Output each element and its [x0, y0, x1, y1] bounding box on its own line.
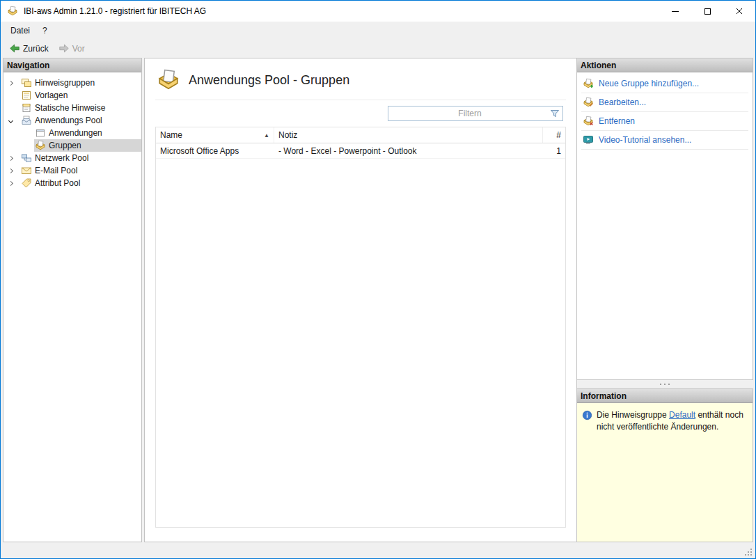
- close-icon: [736, 8, 743, 15]
- content-panel: Anwendungs Pool - Gruppen Name ▲: [144, 58, 577, 542]
- content-header: Anwendungs Pool - Gruppen: [155, 67, 566, 100]
- information-panel: Information Die Hinweisgruppe Default en…: [576, 388, 753, 542]
- nav-item-label: Vorlagen: [35, 90, 68, 100]
- splitter-dots-icon: [659, 383, 670, 386]
- email-pool-icon: [21, 165, 32, 176]
- chevron-right-icon[interactable]: [8, 180, 13, 185]
- nav-item-anwendungs-pool[interactable]: Anwendungs Pool: [3, 114, 141, 127]
- maximize-icon: [704, 8, 711, 15]
- application-pool-icon: [21, 115, 32, 126]
- groups-page-icon: [157, 68, 180, 92]
- maximize-button[interactable]: [691, 1, 723, 22]
- menu-bar: Datei ?: [1, 22, 755, 39]
- forward-button[interactable]: Vor: [54, 40, 90, 56]
- forward-label: Vor: [72, 44, 85, 54]
- cell-notiz: - Word - Excel - Powerpoint - Outlook: [274, 143, 543, 158]
- filter-funnel-icon[interactable]: [549, 108, 560, 119]
- back-arrow-icon: [9, 42, 20, 54]
- nav-item-attribut-pool[interactable]: Attribut Pool: [3, 177, 141, 189]
- default-group-link[interactable]: Default: [669, 410, 695, 420]
- nav-item-label: Hinweisgruppen: [35, 78, 95, 88]
- information-body: Die Hinweisgruppe Default enthält noch n…: [577, 403, 753, 542]
- applications-icon: [35, 127, 46, 139]
- nav-item-netzwerk-pool[interactable]: Netzwerk Pool: [3, 152, 141, 164]
- nav-item-label: Attribut Pool: [35, 178, 80, 188]
- app-icon: [7, 6, 18, 17]
- chevron-right-icon[interactable]: [8, 155, 13, 160]
- nav-item-label: E-Mail Pool: [35, 166, 77, 175]
- action-list: Neue Gruppe hinzufügen... Bearbeiten... …: [577, 72, 753, 150]
- minimize-icon: [672, 11, 679, 12]
- nav-item-label: Anwendungs Pool: [35, 116, 102, 125]
- action-add-group[interactable]: Neue Gruppe hinzufügen...: [581, 74, 748, 93]
- menu-item-datei[interactable]: Datei: [4, 23, 36, 38]
- chevron-right-icon[interactable]: [8, 168, 13, 173]
- column-header-name[interactable]: Name ▲: [156, 127, 274, 143]
- action-label: Neue Gruppe hinzufügen...: [599, 79, 699, 88]
- nav-item-hinweisgruppen[interactable]: Hinweisgruppen: [3, 77, 141, 89]
- cell-name: Microsoft Office Apps: [156, 143, 274, 158]
- nav-item-label: Anwendungen: [49, 128, 102, 138]
- toolbar: Zurück Vor: [1, 39, 755, 58]
- nav-item-label: Statische Hinweise: [35, 103, 105, 113]
- add-group-icon: [583, 78, 594, 89]
- title-bar: IBI-aws Admin 1.21.0 - registriert für I…: [1, 1, 755, 22]
- column-header-notiz[interactable]: Notiz: [274, 127, 543, 143]
- app-window: IBI-aws Admin 1.21.0 - registriert für I…: [0, 0, 756, 559]
- groups-icon: [35, 140, 46, 151]
- nav-item-label: Netzwerk Pool: [35, 153, 88, 163]
- hint-groups-icon: [21, 77, 32, 88]
- information-text: Die Hinweisgruppe Default enthält noch n…: [597, 409, 747, 434]
- right-column: Aktionen Neue Gruppe hinzufügen... Bearb…: [576, 58, 753, 542]
- nav-item-vorlagen[interactable]: Vorlagen: [3, 89, 141, 102]
- actions-header: Aktionen: [577, 58, 753, 72]
- filter-box: [388, 106, 563, 121]
- action-remove-group[interactable]: Entfernen: [581, 112, 748, 131]
- window-controls: [659, 1, 755, 22]
- templates-icon: [21, 90, 32, 101]
- edit-group-icon: [583, 97, 594, 108]
- resize-grip[interactable]: [744, 548, 753, 556]
- action-label: Video-Tutorial ansehen...: [599, 135, 691, 145]
- information-header: Information: [577, 389, 753, 403]
- workspace: Navigation Hinweisgruppen: [1, 58, 755, 558]
- close-button[interactable]: [723, 1, 755, 22]
- action-video-tutorial[interactable]: Video-Tutorial ansehen...: [581, 131, 748, 150]
- nav-item-anwendungen[interactable]: Anwendungen: [3, 127, 141, 139]
- chevron-right-icon[interactable]: [8, 80, 13, 85]
- nav-item-label: Gruppen: [49, 141, 81, 150]
- sort-ascending-icon: ▲: [260, 132, 269, 139]
- groups-table: Name ▲ Notiz # Microsoft Office Apps - W…: [155, 127, 566, 528]
- attribute-pool-icon: [21, 178, 32, 189]
- filter-row: [155, 100, 566, 127]
- action-edit-group[interactable]: Bearbeiten...: [581, 93, 748, 112]
- panel-splitter[interactable]: [576, 380, 753, 388]
- window-title: IBI-aws Admin 1.21.0 - registriert für I…: [24, 6, 206, 16]
- actions-panel: Aktionen Neue Gruppe hinzufügen... Bearb…: [576, 58, 753, 380]
- action-label: Entfernen: [599, 116, 635, 126]
- navigation-tree: Hinweisgruppen Vorlagen: [3, 72, 141, 189]
- menu-item-help[interactable]: ?: [36, 23, 54, 38]
- remove-group-icon: [583, 116, 594, 127]
- cell-count: 1: [543, 143, 565, 158]
- back-label: Zurück: [23, 44, 49, 54]
- table-row[interactable]: Microsoft Office Apps - Word - Excel - P…: [156, 143, 565, 159]
- minimize-button[interactable]: [659, 1, 691, 22]
- column-header-count[interactable]: #: [543, 127, 565, 143]
- nav-item-statische-hinweise[interactable]: Statische Hinweise: [3, 102, 141, 114]
- info-icon: [582, 410, 592, 420]
- table-header-row: Name ▲ Notiz #: [156, 127, 565, 143]
- nav-item-gruppen[interactable]: Gruppen: [3, 139, 141, 152]
- filter-input[interactable]: [388, 106, 563, 121]
- static-hints-icon: [21, 102, 32, 113]
- nav-item-email-pool[interactable]: E-Mail Pool: [3, 164, 141, 177]
- video-tutorial-icon: [583, 134, 594, 145]
- resize-grip-icon: [744, 548, 753, 556]
- forward-arrow-icon: [58, 42, 70, 54]
- page-title: Anwendungs Pool - Gruppen: [189, 73, 349, 88]
- action-label: Bearbeiten...: [599, 97, 646, 107]
- network-pool-icon: [21, 152, 32, 164]
- navigation-panel: Navigation Hinweisgruppen: [3, 58, 142, 542]
- back-button[interactable]: Zurück: [4, 40, 54, 56]
- chevron-down-icon[interactable]: [8, 118, 13, 123]
